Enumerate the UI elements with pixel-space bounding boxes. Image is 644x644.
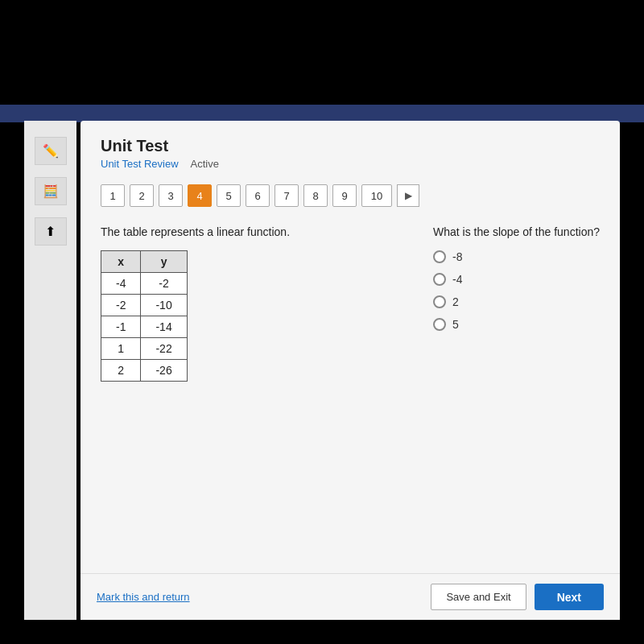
- nav-q10[interactable]: 10: [361, 184, 392, 207]
- answer-label-4: 5: [452, 318, 459, 331]
- footer: Mark this and return Save and Exit Next: [80, 573, 620, 620]
- save-exit-button[interactable]: Save and Exit: [431, 584, 526, 610]
- pencil-icon[interactable]: ✏️: [35, 137, 67, 165]
- cell-y4: -22: [141, 338, 187, 360]
- radio-1[interactable]: [433, 250, 446, 263]
- question-nav: 1 2 3 4 5 6 7 8 9 10 ▶: [80, 178, 620, 213]
- nav-next-arrow[interactable]: ▶: [397, 184, 419, 207]
- table-row: -2 -10: [101, 295, 188, 316]
- table-row: -1 -14: [101, 316, 188, 338]
- nav-q6[interactable]: 6: [246, 184, 270, 207]
- calculator-icon[interactable]: 🧮: [35, 177, 67, 205]
- next-button[interactable]: Next: [535, 584, 604, 610]
- answer-label-2: -4: [452, 273, 462, 286]
- answer-option-3[interactable]: 2: [433, 295, 600, 308]
- nav-q3[interactable]: 3: [159, 184, 183, 207]
- radio-3[interactable]: [433, 295, 446, 308]
- answer-option-1[interactable]: -8: [433, 250, 600, 263]
- arrow-up-icon[interactable]: ⬆: [35, 217, 67, 246]
- page-title: Unit Test: [101, 137, 600, 155]
- footer-buttons: Save and Exit Next: [431, 584, 604, 610]
- col-header-y: y: [141, 251, 187, 273]
- sidebar: ✏️ 🧮 ⬆: [24, 121, 76, 620]
- radio-2[interactable]: [433, 273, 446, 286]
- cell-y1: -2: [141, 273, 187, 295]
- status-badge: Active: [191, 158, 219, 170]
- question-right: What is the slope of the function? -8 -4…: [433, 225, 600, 341]
- cell-x5: 2: [101, 360, 141, 382]
- table-row: 1 -22: [101, 338, 188, 360]
- unit-test-review-link[interactable]: Unit Test Review: [101, 158, 179, 170]
- data-table: x y -4 -2 -2 -10 -1 -14: [101, 250, 188, 382]
- cell-y5: -26: [141, 360, 187, 382]
- nav-q2[interactable]: 2: [130, 184, 154, 207]
- question-prompt: The table represents a linear function.: [101, 225, 401, 238]
- question-left: The table represents a linear function. …: [101, 225, 401, 382]
- answer-option-4[interactable]: 5: [433, 318, 600, 331]
- cell-x1: -4: [101, 273, 141, 295]
- answer-option-2[interactable]: -4: [433, 273, 600, 286]
- slope-question: What is the slope of the function?: [433, 225, 600, 238]
- answer-label-3: 2: [452, 295, 459, 308]
- nav-q7[interactable]: 7: [275, 184, 299, 207]
- cell-y2: -10: [141, 295, 187, 316]
- header: Unit Test Unit Test Review Active: [80, 121, 620, 178]
- nav-q1[interactable]: 1: [101, 184, 125, 207]
- cell-y3: -14: [141, 316, 187, 338]
- cell-x4: 1: [101, 338, 141, 360]
- table-row: -4 -2: [101, 273, 188, 295]
- content-area: Unit Test Unit Test Review Active 1 2 3 …: [80, 121, 620, 620]
- answer-label-1: -8: [452, 250, 462, 263]
- table-row: 2 -26: [101, 360, 188, 382]
- question-body: The table represents a linear function. …: [80, 213, 620, 394]
- radio-4[interactable]: [433, 318, 446, 331]
- nav-q4[interactable]: 4: [188, 184, 212, 207]
- nav-q9[interactable]: 9: [332, 184, 357, 207]
- cell-x2: -2: [101, 295, 141, 316]
- cell-x3: -1: [101, 316, 141, 338]
- col-header-x: x: [101, 251, 141, 273]
- nav-q8[interactable]: 8: [303, 184, 328, 207]
- mark-return-link[interactable]: Mark this and return: [97, 591, 190, 603]
- nav-q5[interactable]: 5: [217, 184, 241, 207]
